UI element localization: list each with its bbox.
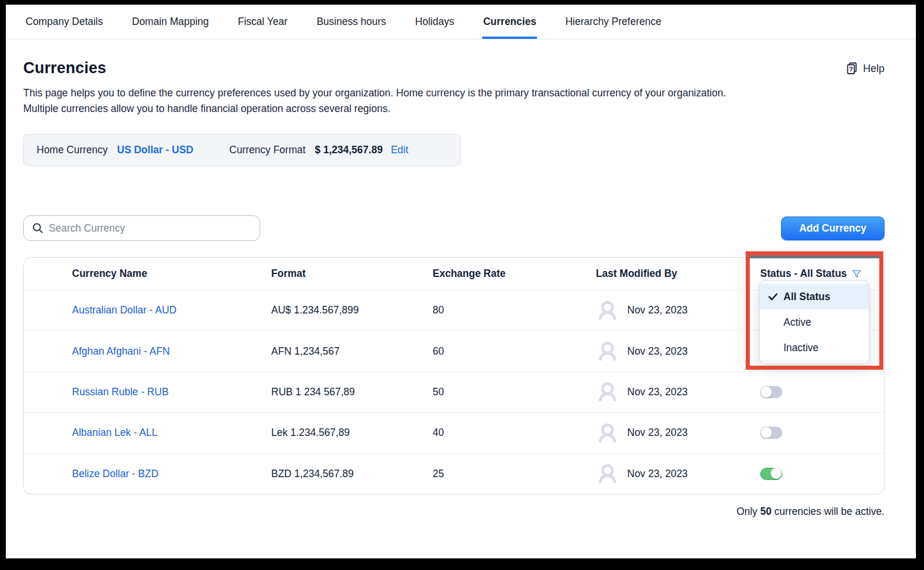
currency-link[interactable]: Australian Dollar - AUD — [72, 304, 177, 316]
checkmark-icon — [768, 291, 778, 302]
add-currency-button[interactable]: Add Currency — [781, 217, 885, 240]
page-description: This page helps you to define the curren… — [23, 85, 755, 117]
status-toggle-on[interactable] — [760, 468, 782, 480]
home-currency-value-link[interactable]: US Dollar - USD — [117, 144, 193, 156]
dropdown-item-label: All Status — [783, 291, 830, 303]
last-modified-date: Nov 23, 2023 — [627, 345, 688, 358]
search-icon — [32, 222, 44, 234]
page-title: Currencies — [23, 59, 106, 77]
avatar-icon — [596, 421, 619, 445]
help-doc-icon: ? — [845, 62, 859, 75]
dropdown-item-label: Active — [783, 316, 811, 329]
filter-funnel-icon[interactable] — [851, 269, 862, 279]
edit-format-link[interactable]: Edit — [391, 144, 408, 156]
exchange-rate-value: 60 — [433, 345, 596, 358]
col-format: Format — [271, 268, 433, 280]
dropdown-item-active[interactable]: Active — [760, 309, 869, 335]
table-toolbar: Add Currency — [23, 215, 885, 241]
search-box[interactable] — [23, 215, 260, 241]
settings-page: Company Details Domain Mapping Fiscal Ye… — [6, 5, 916, 558]
last-modified-date: Nov 23, 2023 — [627, 304, 688, 316]
home-currency-label: Home Currency — [37, 144, 108, 156]
avatar-icon — [596, 462, 619, 485]
currency-table-wrap: Currency Name Format Exchange Rate Last … — [23, 257, 885, 495]
currency-link[interactable]: Afghan Afghani - AFN — [72, 345, 170, 357]
col-currency-name: Currency Name — [24, 268, 271, 280]
currency-format-value: $ 1,234,567.89 — [315, 144, 383, 156]
currency-link[interactable]: Albanian Lek - ALL — [72, 427, 157, 438]
col-last-modified: Last Modified By — [596, 268, 760, 280]
currency-table: Currency Name Format Exchange Rate Last … — [23, 257, 885, 495]
settings-tabbar: Company Details Domain Mapping Fiscal Ye… — [6, 5, 916, 39]
avatar-icon — [596, 380, 619, 403]
tab-currencies[interactable]: Currencies — [483, 5, 536, 39]
status-toggle-off[interactable] — [760, 427, 782, 439]
table-row: Afghan Afghani - AFN AFN 1,234,567 60 No… — [24, 330, 884, 371]
svg-text:?: ? — [849, 66, 853, 73]
table-row: Belize Dollar - BZD BZD 1,234,567.89 25 … — [24, 453, 884, 494]
currency-format-label: Currency Format — [229, 144, 305, 156]
format-value: BZD 1,234,567.89 — [271, 468, 433, 480]
help-label: Help — [863, 63, 885, 75]
table-row: Russian Ruble - RUB RUB 1 234 567,89 50 … — [24, 371, 884, 412]
format-value: AFN 1,234,567 — [271, 345, 433, 358]
home-currency-panel: Home Currency US Dollar - USD Currency F… — [23, 134, 461, 166]
status-toggle-off[interactable] — [760, 386, 782, 398]
tab-holidays[interactable]: Holidays — [415, 5, 454, 39]
table-header-row: Currency Name Format Exchange Rate Last … — [24, 258, 884, 290]
format-value: RUB 1 234 567,89 — [271, 386, 433, 398]
active-currencies-note: Only 50 currencies will be active. — [23, 506, 885, 518]
search-currency-input[interactable] — [49, 222, 251, 235]
table-row: Australian Dollar - AUD AU$ 1.234.567,89… — [24, 290, 884, 330]
currency-link[interactable]: Russian Ruble - RUB — [72, 386, 168, 398]
tab-domain-mapping[interactable]: Domain Mapping — [132, 5, 208, 39]
exchange-rate-value: 40 — [433, 427, 596, 439]
last-modified-date: Nov 23, 2023 — [627, 468, 688, 480]
format-value: AU$ 1.234.567,899 — [271, 304, 433, 316]
dropdown-item-all-status[interactable]: All Status — [760, 284, 869, 309]
currencies-content: Currencies ? Help This page helps you to… — [6, 59, 916, 518]
table-row: Albanian Lek - ALL Lek 1.234.567,89 40 N… — [24, 412, 884, 453]
exchange-rate-value: 50 — [433, 386, 596, 398]
avatar-icon — [596, 299, 619, 322]
tab-fiscal-year[interactable]: Fiscal Year — [238, 5, 288, 39]
status-filter-header[interactable]: Status - All Status — [760, 268, 884, 280]
tab-business-hours[interactable]: Business hours — [317, 5, 386, 39]
tab-hierarchy-preference[interactable]: Hierarchy Preference — [565, 5, 661, 39]
last-modified-date: Nov 23, 2023 — [627, 386, 688, 398]
help-button[interactable]: ? Help — [845, 62, 885, 75]
currency-link[interactable]: Belize Dollar - BZD — [72, 468, 159, 479]
dropdown-item-inactive[interactable]: Inactive — [760, 335, 869, 360]
col-exchange-rate: Exchange Rate — [433, 268, 596, 280]
tab-company-details[interactable]: Company Details — [26, 5, 103, 39]
status-filter-dropdown: All Status Active Inactive — [759, 280, 869, 364]
format-value: Lek 1.234.567,89 — [271, 427, 433, 439]
exchange-rate-value: 25 — [433, 468, 596, 480]
dropdown-item-label: Inactive — [783, 342, 818, 354]
avatar-icon — [596, 340, 619, 363]
exchange-rate-value: 80 — [433, 304, 596, 316]
status-column-label: Status - All Status — [760, 268, 847, 280]
last-modified-date: Nov 23, 2023 — [627, 427, 688, 439]
